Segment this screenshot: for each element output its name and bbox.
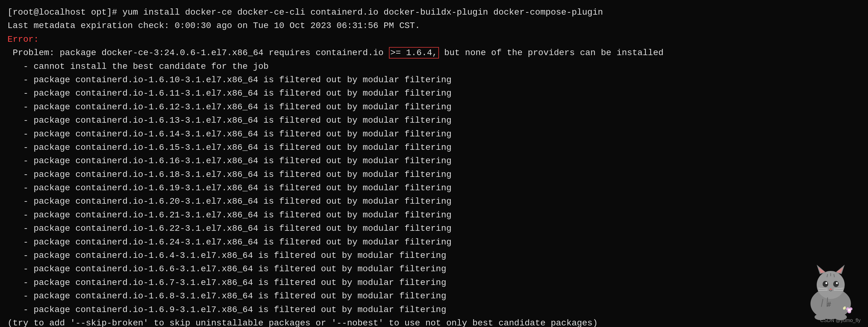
terminal-line-problem: Problem: package docker-ce-3:24.0.6-1.el… [7,46,861,59]
terminal-line-p11: - package containerd.io-1.6.21-3.1.el7.x… [7,208,861,222]
terminal-line-p6: - package containerd.io-1.6.15-3.1.el7.x… [7,141,861,154]
terminal-window: [root@localhost opt]# yum install docker… [0,0,868,327]
terminal-line-cannot: - cannot install the best candidate for … [7,60,861,73]
terminal-line-p17: - package containerd.io-1.6.8-3.1.el7.x8… [7,289,861,303]
terminal-line-p9: - package containerd.io-1.6.19-3.1.el7.x… [7,181,861,195]
svg-point-7 [833,281,839,287]
terminal-line-p7: - package containerd.io-1.6.16-3.1.el7.x… [7,154,861,167]
svg-point-6 [823,281,828,287]
terminal-line-tip: (try to add '--skip-broken' to skip unin… [7,317,861,327]
cat-decoration: # [800,258,862,321]
terminal-line-p18: - package containerd.io-1.6.9-3.1.el7.x8… [7,303,861,317]
terminal-line-p8: - package containerd.io-1.6.18-3.1.el7.x… [7,168,861,181]
svg-text:#: # [827,301,831,308]
terminal-line-meta: Last metadata expiration check: 0:00:30 … [7,19,861,32]
terminal-line-p16: - package containerd.io-1.6.7-3.1.el7.x8… [7,276,861,289]
version-highlight: >= 1.6.4, [389,47,439,58]
terminal-line-p4: - package containerd.io-1.6.13-3.1.el7.x… [7,114,861,127]
svg-point-9 [836,282,838,284]
terminal-line-p14: - package containerd.io-1.6.4-3.1.el7.x8… [7,249,861,262]
terminal-line-p13: - package containerd.io-1.6.24-3.1.el7.x… [7,236,861,249]
terminal-line-cmd: [root@localhost opt]# yum install docker… [7,6,861,19]
svg-point-8 [826,282,827,284]
watermark: CSDN @yumo_fly [820,317,861,325]
terminal-line-p5: - package containerd.io-1.6.14-3.1.el7.x… [7,127,861,141]
terminal-line-p1: - package containerd.io-1.6.10-3.1.el7.x… [7,73,861,87]
svg-point-26 [848,309,851,312]
terminal-line-p10: - package containerd.io-1.6.20-3.1.el7.x… [7,195,861,208]
terminal-line-p2: - package containerd.io-1.6.11-3.1.el7.x… [7,87,861,100]
terminal-line-error: Error: [7,33,861,46]
terminal-line-p3: - package containerd.io-1.6.12-3.1.el7.x… [7,100,861,114]
terminal-line-p15: - package containerd.io-1.6.6-3.1.el7.x8… [7,262,861,276]
terminal-line-p12: - package containerd.io-1.6.22-3.1.el7.x… [7,222,861,235]
